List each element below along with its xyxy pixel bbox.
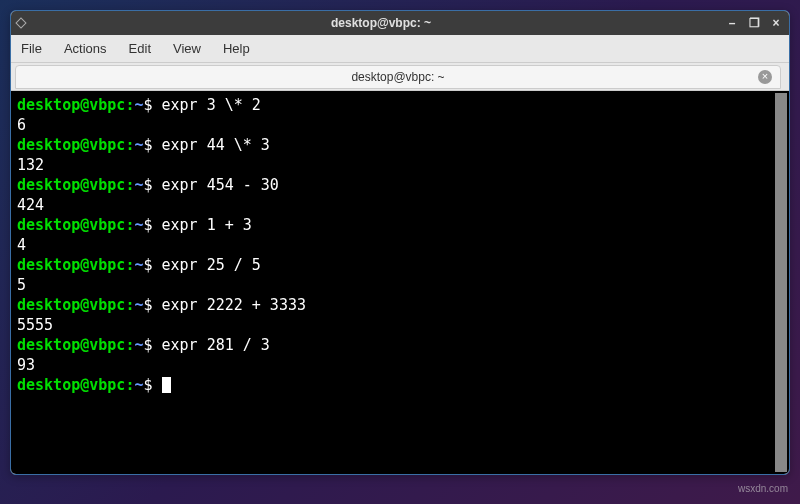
menu-actions[interactable]: Actions	[64, 41, 107, 56]
prompt-dollar: $	[143, 136, 161, 154]
output-line: 132	[17, 155, 773, 175]
prompt-user: desktop@vbpc	[17, 336, 125, 354]
output-line: 4	[17, 235, 773, 255]
menubar: File Actions Edit View Help	[11, 35, 789, 63]
prompt-user: desktop@vbpc	[17, 216, 125, 234]
prompt-dollar: $	[143, 296, 161, 314]
prompt-user: desktop@vbpc	[17, 176, 125, 194]
titlebar-icon	[17, 19, 37, 27]
scrollbar-thumb[interactable]	[775, 93, 787, 472]
maximize-button[interactable]: ❐	[747, 16, 761, 30]
command-text: expr 44 \* 3	[162, 136, 270, 154]
command-line: desktop@vbpc:~$ expr 1 + 3	[17, 215, 773, 235]
command-line: desktop@vbpc:~$ expr 25 / 5	[17, 255, 773, 275]
command-text: expr 281 / 3	[162, 336, 270, 354]
command-line: desktop@vbpc:~$ expr 281 / 3	[17, 335, 773, 355]
prompt-dollar: $	[143, 216, 161, 234]
command-text: expr 25 / 5	[162, 256, 261, 274]
titlebar[interactable]: desktop@vbpc: ~ – ❐ ×	[11, 11, 789, 35]
menu-help[interactable]: Help	[223, 41, 250, 56]
minimize-button[interactable]: –	[725, 16, 739, 30]
prompt-dollar: $	[143, 256, 161, 274]
tab-label: desktop@vbpc: ~	[351, 70, 444, 84]
menu-file[interactable]: File	[21, 41, 42, 56]
cursor	[162, 377, 171, 393]
prompt-dollar: $	[143, 336, 161, 354]
command-line: desktop@vbpc:~$ expr 2222 + 3333	[17, 295, 773, 315]
tabbar: desktop@vbpc: ~ ×	[11, 63, 789, 91]
prompt-dollar: $	[143, 96, 161, 114]
current-prompt[interactable]: desktop@vbpc:~$	[17, 375, 773, 395]
prompt-user: desktop@vbpc	[17, 256, 125, 274]
terminal-window: desktop@vbpc: ~ – ❐ × File Actions Edit …	[10, 10, 790, 475]
menu-view[interactable]: View	[173, 41, 201, 56]
prompt-user: desktop@vbpc	[17, 136, 125, 154]
output-line: 5555	[17, 315, 773, 335]
watermark: wsxdn.com	[738, 483, 788, 494]
prompt-user: desktop@vbpc	[17, 296, 125, 314]
prompt-dollar: $	[143, 376, 161, 394]
scrollbar[interactable]	[775, 93, 787, 472]
prompt-user: desktop@vbpc	[17, 96, 125, 114]
prompt-dollar: $	[143, 176, 161, 194]
command-line: desktop@vbpc:~$ expr 44 \* 3	[17, 135, 773, 155]
tab-active[interactable]: desktop@vbpc: ~ ×	[15, 65, 781, 89]
close-button[interactable]: ×	[769, 16, 783, 30]
command-text: expr 2222 + 3333	[162, 296, 307, 314]
window-title: desktop@vbpc: ~	[37, 16, 725, 30]
output-line: 424	[17, 195, 773, 215]
menu-edit[interactable]: Edit	[129, 41, 151, 56]
command-line: desktop@vbpc:~$ expr 454 - 30	[17, 175, 773, 195]
command-text: expr 454 - 30	[162, 176, 279, 194]
command-text: expr 1 + 3	[162, 216, 252, 234]
command-text: expr 3 \* 2	[162, 96, 261, 114]
tab-close-icon[interactable]: ×	[758, 70, 772, 84]
prompt-user: desktop@vbpc	[17, 376, 125, 394]
output-line: 5	[17, 275, 773, 295]
output-line: 93	[17, 355, 773, 375]
output-line: 6	[17, 115, 773, 135]
terminal-viewport[interactable]: desktop@vbpc:~$ expr 3 \* 26desktop@vbpc…	[11, 91, 789, 474]
command-line: desktop@vbpc:~$ expr 3 \* 2	[17, 95, 773, 115]
